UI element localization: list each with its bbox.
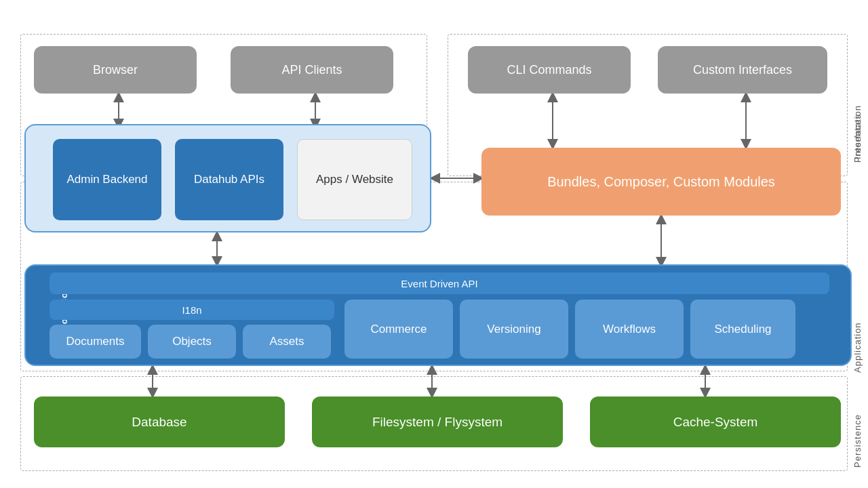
- pimcore-container: Pimcore Core Event Driven API I18n Docum…: [24, 264, 852, 366]
- admin-backend-box: Admin Backend: [53, 139, 161, 220]
- application-label: Application: [852, 169, 863, 373]
- cli-commands-box: CLI Commands: [468, 46, 631, 94]
- browser-box: Browser: [34, 46, 197, 94]
- custom-interfaces-box: Custom Interfaces: [658, 46, 827, 94]
- versioning-box: Versioning: [460, 300, 568, 359]
- mvc-bundles-arrow: [431, 171, 482, 185]
- apps-website-box: Apps / Website: [297, 139, 412, 220]
- i18n-bar: I18n: [50, 300, 334, 320]
- cli-arrow: [546, 94, 559, 148]
- browser-arrow: [112, 94, 125, 127]
- workflows-box: Workflows: [575, 300, 684, 359]
- persistence-label: Persistence: [852, 386, 863, 468]
- event-driven-bar: Event Driven API: [50, 272, 829, 294]
- pimcore-cache-arrow: [698, 366, 712, 396]
- pimcore-fs-arrow: [425, 366, 439, 396]
- cache-box: Cache-System: [590, 396, 841, 447]
- scheduling-box: Scheduling: [690, 300, 795, 359]
- filesystem-box: Filesystem / Flysystem: [312, 396, 563, 447]
- bundles-box: Bundles, Composer, Custom Modules: [481, 148, 841, 216]
- assets-box: Assets: [243, 325, 331, 359]
- api-clients-box: API Clients: [231, 46, 393, 94]
- objects-box: Objects: [148, 325, 236, 359]
- pimcore-db-arrow: [146, 366, 159, 396]
- diagram-container: Presentation Interfaces Application Pers…: [0, 0, 868, 488]
- mvc-container: MVC & APIs Admin Backend Datahub APIs Ap…: [24, 124, 431, 232]
- bundles-pimcore-arrow: [654, 216, 668, 266]
- database-box: Database: [34, 396, 285, 447]
- documents-box: Documents: [50, 325, 141, 359]
- api-clients-arrow: [309, 94, 322, 127]
- mvc-pimcore-arrow: [210, 232, 224, 265]
- custom-interfaces-arrow: [739, 94, 753, 148]
- commerce-box: Commerce: [344, 300, 453, 359]
- datahub-apis-box: Datahub APIs: [175, 139, 283, 220]
- interfaces-label: Interfaces: [852, 37, 863, 159]
